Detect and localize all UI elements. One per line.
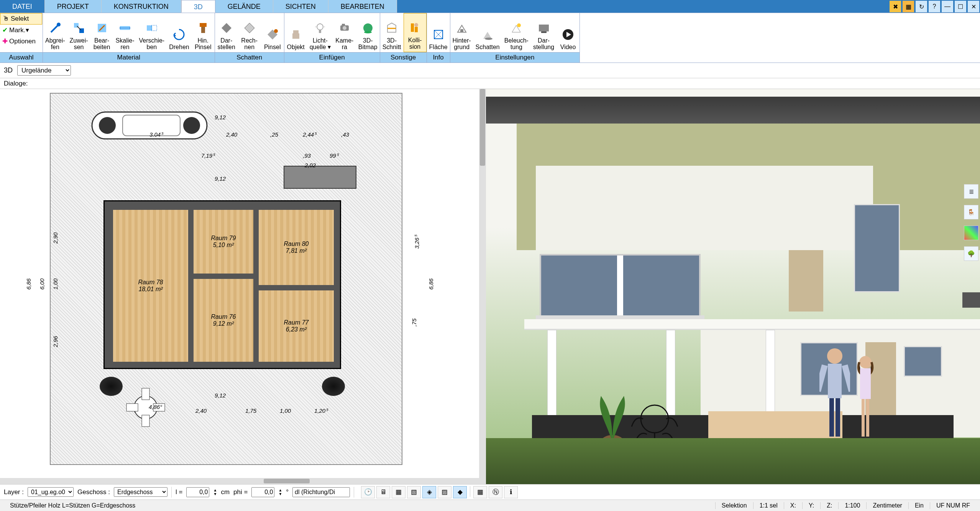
ribbon-g-sonstige-0[interactable]: 3D- Schnitt <box>380 13 404 52</box>
floor-select[interactable]: Erdgeschoss <box>114 487 167 497</box>
ribbon-icon <box>219 20 234 36</box>
svg-rect-7 <box>200 23 207 27</box>
balcony-glass <box>540 254 701 319</box>
ribbon-g-einfuegen-1[interactable]: Licht- quelle ▾ <box>307 13 333 52</box>
ribbon-g-material-4[interactable]: Verschie- ben <box>137 13 167 52</box>
svg-rect-23 <box>460 29 463 32</box>
ribbon-icon <box>94 20 110 36</box>
ribbon-g-einst-2[interactable]: Beleuch- tung <box>502 13 531 52</box>
unit-label: cm <box>221 488 230 496</box>
group-info: Info <box>427 52 450 63</box>
status-bar: Stütze/Pfeiler Holz L=Stützen G=Erdgesch… <box>0 499 980 511</box>
tab-bearbeiten[interactable]: BEARBEITEN <box>328 0 397 13</box>
layers-icon[interactable]: ▦ <box>903 1 914 12</box>
ribbon-icon <box>337 20 352 36</box>
car-symbol <box>88 104 211 147</box>
surface-icon[interactable]: ◈ <box>422 486 436 498</box>
ribbon-g-material-1[interactable]: Zuwei- sen <box>67 13 90 52</box>
ribbon-icon <box>144 20 159 36</box>
ribbon-g-material-3[interactable]: Skalie- ren <box>113 13 137 52</box>
dialogs-label: Dialoge: <box>4 80 28 87</box>
ribbon-icon <box>48 20 63 36</box>
room-80: Raum 80 7,81 m² <box>258 209 335 286</box>
layer-select[interactable]: 01_ug.eg.o01 <box>28 487 74 497</box>
ribbon-icon <box>265 27 280 42</box>
layers-stack-icon[interactable]: ≣ <box>964 184 978 199</box>
angle-input[interactable] <box>251 487 274 497</box>
svg-point-15 <box>343 26 346 30</box>
close-icon[interactable]: ✕ <box>968 1 979 12</box>
svg-rect-19 <box>411 23 414 32</box>
history-icon[interactable]: ↻ <box>916 1 927 12</box>
group-einfuegen: Einfügen <box>284 52 380 63</box>
hatch-icon[interactable]: ▨ <box>438 486 451 498</box>
vscroll-2d[interactable] <box>479 89 486 484</box>
dim: 3.04⁵ <box>149 131 163 138</box>
svg-rect-8 <box>201 27 205 33</box>
small-window <box>904 346 942 377</box>
svg-point-24 <box>485 38 492 40</box>
hscroll[interactable] <box>0 478 479 484</box>
ribbon-g-schatten-0[interactable]: Dar- stellen <box>215 13 238 52</box>
options-tool[interactable]: ✚Optionen <box>0 36 42 47</box>
ribbon-btn-label: Bear- beiten <box>94 37 110 51</box>
3d-view[interactable] <box>486 89 980 484</box>
status-y: Y: <box>802 502 820 509</box>
right-toolbar: ≣ 🪑 🌳 <box>962 178 980 267</box>
direction-input[interactable] <box>292 487 350 497</box>
length-input[interactable] <box>186 487 209 497</box>
tab-gelaende[interactable]: GELÄNDE <box>215 0 273 13</box>
help-icon[interactable]: ? <box>929 1 940 12</box>
svg-point-12 <box>317 24 323 30</box>
bush-icon <box>322 377 345 396</box>
select-tool[interactable]: 🖱Selekt <box>0 13 42 25</box>
ribbon-g-sonstige-1[interactable]: Kolli- sion <box>404 13 427 52</box>
ribbon-g-einst-0[interactable]: Hinter- grund <box>450 13 473 52</box>
clock-icon[interactable]: 🕑 <box>361 486 375 498</box>
window-controls: ✖ ▦ ↻ ? — ☐ ✕ <box>889 0 980 13</box>
room-78: Raum 78 18,01 m² <box>112 209 189 363</box>
ribbon-g-material-2[interactable]: Bear- beiten <box>90 13 113 52</box>
ribbon-g-material-5[interactable]: Drehen <box>167 13 191 52</box>
tree-icon[interactable]: 🌳 <box>964 246 978 261</box>
tab-sichten[interactable]: SICHTEN <box>273 0 328 13</box>
ribbon-btn-label: Video <box>560 44 576 51</box>
ribbon-g-einfuegen-0[interactable]: Objekt <box>284 13 307 52</box>
ribbon-g-einfuegen-2[interactable]: Kame- ra <box>333 13 356 52</box>
ribbon-g-schatten-1[interactable]: Rech- nen <box>238 13 261 52</box>
ribbon-g-einst-4[interactable]: Video <box>556 13 579 52</box>
monitor-icon[interactable]: 🖥 <box>376 486 390 498</box>
chair-icon[interactable]: 🪑 <box>964 205 978 219</box>
mark-tool[interactable]: ✔Mark. ▾ <box>0 25 42 36</box>
plan-view[interactable]: 9,12 3.04⁵ 2,40 ,25 2,44⁵ ,43 7,19⁵ ,93 … <box>0 89 479 484</box>
tab-datei[interactable]: DATEI <box>0 0 45 13</box>
minimize-icon[interactable]: — <box>942 1 953 12</box>
ribbon-btn-label: Drehen <box>169 44 189 51</box>
ribbon-g-einst-3[interactable]: Dar- stellung <box>531 13 556 52</box>
grid-icon[interactable]: ▦ <box>473 486 487 498</box>
ribbon-g-einfuegen-3[interactable]: 3D- Bitmap <box>356 13 380 52</box>
ribbon-g-material-6[interactable]: Hin. Pinsel <box>192 13 215 52</box>
info-icon[interactable]: ℹ <box>504 486 518 498</box>
ribbon-g-einst-1[interactable]: Schatten <box>473 13 502 52</box>
dim: 6,00 <box>39 279 45 290</box>
expand-right-icon[interactable] <box>962 292 980 308</box>
cube-wireframe-icon[interactable]: ▦ <box>392 486 405 498</box>
ribbon-g-schatten-2[interactable]: Pinsel <box>261 13 284 52</box>
ribbon-g-info-0[interactable]: Fläche <box>427 13 450 52</box>
svg-rect-48 <box>862 399 865 437</box>
tab-projekt[interactable]: PROJEKT <box>45 0 102 13</box>
color-swatch-icon[interactable] <box>964 226 978 240</box>
ribbon-g-material-0[interactable]: Abgrei- fen <box>43 13 67 52</box>
north-icon[interactable]: Ⓝ <box>489 486 502 498</box>
dim: 1,20⁵ <box>314 407 328 414</box>
menu-bar: DATEI PROJEKT KONSTRUKTION 3D GELÄNDE SI… <box>0 0 980 13</box>
cube-solid-icon[interactable]: ▧ <box>407 486 421 498</box>
tools-icon[interactable]: ✖ <box>890 1 901 12</box>
svg-rect-27 <box>541 31 547 33</box>
terrain-dropdown[interactable]: Urgelände <box>17 65 71 76</box>
tab-konstruktion[interactable]: KONSTRUKTION <box>102 0 181 13</box>
maximize-icon[interactable]: ☐ <box>955 1 966 12</box>
shaded-icon[interactable]: ◆ <box>453 486 467 498</box>
tab-3d[interactable]: 3D <box>181 0 215 13</box>
